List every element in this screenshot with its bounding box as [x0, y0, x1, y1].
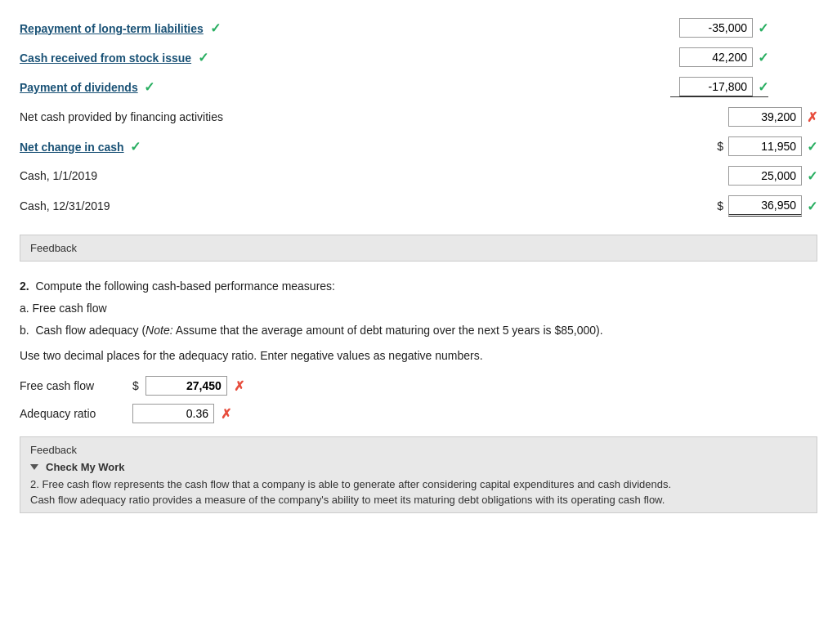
- net-cash-financing-row: Net cash provided by financing activitie…: [20, 102, 817, 132]
- net-change-dollar-sign: $: [717, 140, 723, 153]
- section-2: 2. Compute the following cash-based perf…: [20, 278, 817, 423]
- net-change-cash-input-area: $ ✓: [703, 136, 817, 156]
- net-change-cash-input[interactable]: [728, 136, 802, 156]
- repayment-check-icon: ✓: [758, 20, 768, 36]
- feedback-2-label: Feedback: [30, 444, 807, 456]
- free-cash-flow-label: Free cash flow: [20, 379, 126, 392]
- feedback-box-2: Feedback Check My Work 2. Free cash flow…: [20, 436, 817, 513]
- dividends-verified-icon: ✓: [144, 80, 154, 94]
- cash-begin-input-area: ✓: [703, 166, 817, 186]
- cash-end-dollar-sign: $: [717, 199, 723, 212]
- section-2-item-a: a. Free cash flow: [20, 300, 817, 317]
- feedback-1-label: Feedback: [30, 242, 77, 254]
- section-2-instruction: Compute the following cash-based perform…: [35, 280, 335, 293]
- net-change-cash-verified-icon: ✓: [130, 140, 141, 154]
- cash-end-input[interactable]: [728, 195, 802, 217]
- stock-issue-check-icon: ✓: [758, 50, 768, 65]
- check-my-work-label: Check My Work: [46, 461, 125, 473]
- repayment-verified-icon: ✓: [210, 21, 221, 35]
- dividends-label: Payment of dividends ✓: [20, 79, 670, 95]
- feedback-2-text2: Cash flow adequacy ratio provides a meas…: [30, 494, 807, 506]
- repayment-input[interactable]: [679, 18, 753, 38]
- adequacy-ratio-input[interactable]: [132, 404, 214, 423]
- free-cash-flow-row: Free cash flow $ ✗: [20, 376, 817, 396]
- triangle-icon: [30, 464, 38, 470]
- net-change-cash-row: Net change in cash ✓ $ ✓: [20, 132, 817, 161]
- feedback-2-text1: 2. Free cash flow represents the cash fl…: [30, 478, 807, 490]
- net-cash-financing-input-area: ✗: [703, 107, 817, 127]
- section-2-item-b: b. Cash flow adequacy (Note: Assume that…: [20, 322, 817, 339]
- adequacy-ratio-label: Adequacy ratio: [20, 407, 126, 420]
- net-change-cash-link[interactable]: Net change in cash: [20, 141, 124, 154]
- stock-issue-input-area: ✓: [670, 47, 768, 67]
- cash-begin-input[interactable]: [728, 166, 802, 186]
- repayment-input-area: ✓: [670, 18, 768, 38]
- free-cash-flow-input[interactable]: [145, 376, 227, 396]
- repayment-label: Repayment of long-term liabilities ✓: [20, 20, 670, 36]
- feedback-box-1: Feedback: [20, 235, 817, 262]
- top-section: Repayment of long-term liabilities ✓ ✓ C…: [20, 13, 817, 225]
- cash-end-row: Cash, 12/31/2019 $ ✓: [20, 190, 817, 221]
- cash-end-input-area: $ ✓: [703, 195, 817, 217]
- cash-begin-check-icon: ✓: [807, 168, 817, 184]
- net-cash-financing-label: Net cash provided by financing activitie…: [20, 110, 703, 123]
- dividends-input-area: ✓: [670, 77, 768, 97]
- dividends-input[interactable]: [679, 77, 753, 96]
- free-cash-flow-dollar: $: [132, 379, 139, 392]
- net-cash-financing-x-icon: ✗: [807, 110, 817, 125]
- stock-issue-link[interactable]: Cash received from stock issue: [20, 51, 191, 65]
- stock-issue-row: Cash received from stock issue ✓ ✓: [20, 42, 817, 72]
- net-cash-financing-input[interactable]: [728, 107, 802, 127]
- cash-end-label: Cash, 12/31/2019: [20, 199, 703, 212]
- cash-begin-label: Cash, 1/1/2019: [20, 169, 703, 182]
- net-change-cash-label: Net change in cash ✓: [20, 139, 703, 154]
- stock-issue-label: Cash received from stock issue ✓: [20, 50, 670, 65]
- net-change-cash-check-icon: ✓: [807, 139, 817, 154]
- section-2-header: 2. Compute the following cash-based perf…: [20, 278, 817, 295]
- check-my-work-section: Check My Work: [30, 461, 807, 473]
- stock-issue-verified-icon: ✓: [198, 51, 208, 65]
- section-2-number: 2.: [20, 280, 29, 293]
- free-cash-flow-x-icon: ✗: [234, 378, 244, 394]
- section-2-note: Use two decimal places for the adequacy …: [20, 347, 817, 364]
- repayment-row: Repayment of long-term liabilities ✓ ✓: [20, 13, 817, 42]
- adequacy-ratio-x-icon: ✗: [221, 406, 231, 422]
- dividends-link[interactable]: Payment of dividends: [20, 81, 138, 94]
- dividends-row: Payment of dividends ✓ ✓: [20, 72, 817, 102]
- stock-issue-input[interactable]: [679, 47, 753, 67]
- repayment-link[interactable]: Repayment of long-term liabilities: [20, 22, 204, 35]
- cash-begin-row: Cash, 1/1/2019 ✓: [20, 161, 817, 190]
- dividends-check-icon: ✓: [758, 79, 768, 95]
- cash-end-check-icon: ✓: [807, 199, 817, 214]
- adequacy-ratio-row: Adequacy ratio ✗: [20, 404, 817, 423]
